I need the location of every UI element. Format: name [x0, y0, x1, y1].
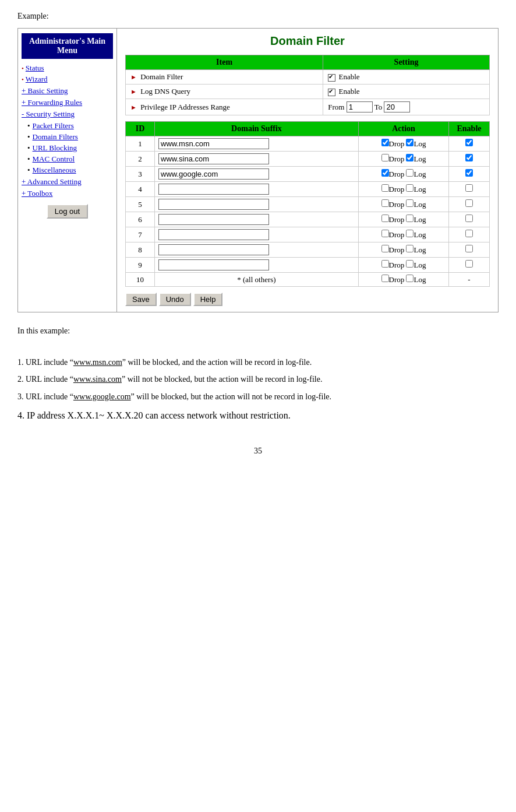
enable-checkbox[interactable] [465, 154, 473, 161]
enable-checkbox[interactable] [465, 184, 473, 192]
sidebar-item-toolbox[interactable]: + Toolbox [22, 189, 113, 198]
sidebar-item-forwarding-rules[interactable]: + Forwarding Rules [22, 98, 113, 107]
enable-checkbox[interactable] [465, 215, 473, 222]
sidebar-item-mac-control[interactable]: •MAC Control [22, 154, 113, 164]
log-checkbox[interactable] [406, 199, 413, 207]
domain-input[interactable] [158, 168, 269, 180]
log-checkbox[interactable] [406, 139, 413, 146]
log-checkbox[interactable] [406, 169, 413, 177]
main-container: Administrator's Main Menu •Status •Wizar… [17, 28, 499, 312]
log-checkbox[interactable] [406, 154, 413, 161]
log-label: Log [413, 139, 426, 148]
enable-checkbox[interactable] [465, 169, 473, 177]
action-buttons: Save Undo Help [125, 293, 490, 306]
desc-num-3: 3. URL include “ [17, 392, 73, 401]
sidebar-item-status[interactable]: •Status [22, 64, 113, 73]
domain-input[interactable] [158, 244, 269, 255]
domain-row-enable [449, 152, 490, 167]
from-input[interactable] [347, 101, 373, 113]
sidebar-item-basic-setting[interactable]: + Basic Setting [22, 86, 113, 96]
enable-checkbox[interactable] [465, 245, 473, 252]
sidebar-item-advanced-setting[interactable]: + Advanced Setting [22, 177, 113, 187]
domain-row-action: Drop Log [358, 136, 448, 152]
sidebar-item-wizard[interactable]: •Wizard [22, 75, 113, 84]
arrow-icon: ► [130, 73, 137, 80]
undo-button[interactable]: Undo [159, 293, 191, 306]
domain-row-enable [449, 227, 490, 242]
enable-checkbox[interactable] [465, 230, 473, 237]
domain-row-domain [155, 258, 359, 273]
domain-input[interactable] [158, 184, 269, 195]
domain-input[interactable] [158, 138, 269, 149]
domain-input[interactable] [158, 214, 269, 225]
log-checkbox[interactable] [406, 215, 413, 222]
domain-table: ID Domain Suffix Action Enable 1Drop Log… [125, 121, 490, 287]
desc-num-2: 2. URL include “ [17, 375, 73, 384]
drop-checkbox[interactable] [381, 230, 389, 237]
enable-checkbox[interactable] [465, 199, 473, 207]
page-title: Domain Filter [125, 34, 490, 48]
sidebar-title: Administrator's Main Menu [22, 33, 113, 59]
domain-row-id: 8 [126, 242, 155, 258]
domain-input[interactable] [158, 153, 269, 164]
sidebar-item-security-setting[interactable]: - Security Setting [22, 110, 113, 119]
help-button[interactable]: Help [193, 293, 223, 306]
domain-row-action: Drop Log [358, 273, 448, 287]
drop-checkbox[interactable] [381, 199, 389, 207]
domain-row-enable: - [449, 273, 490, 287]
domain-row-action: Drop Log [358, 152, 448, 167]
domain-table-row: 10* (all others)Drop Log- [126, 273, 490, 287]
domain-input[interactable] [158, 259, 269, 270]
domain-row-enable [449, 136, 490, 152]
main-content: Domain Filter Item Setting ► Domain Filt… [117, 29, 498, 312]
log-checkbox[interactable] [406, 260, 413, 268]
domain-input[interactable] [158, 229, 269, 240]
drop-label: Drop [389, 245, 407, 254]
drop-checkbox[interactable] [381, 154, 389, 161]
domain-input[interactable] [158, 199, 269, 210]
from-label: From [328, 103, 344, 111]
sidebar-item-packet-filters[interactable]: •Packet Filters [22, 121, 113, 131]
log-checkbox[interactable] [406, 245, 413, 252]
drop-checkbox[interactable] [381, 139, 389, 146]
drop-checkbox[interactable] [381, 215, 389, 222]
drop-label: Drop [389, 200, 407, 209]
domain-row-domain [155, 167, 359, 182]
sidebar-item-miscellaneous[interactable]: •Miscellaneous [22, 166, 113, 175]
drop-checkbox[interactable] [381, 275, 389, 282]
log-label: Log [413, 170, 426, 178]
to-input[interactable] [384, 101, 410, 113]
domain-table-row: 3Drop Log [126, 167, 490, 182]
domain-filter-checkbox[interactable] [328, 74, 335, 82]
sidebar-item-url-blocking[interactable]: •URL Blocking [22, 143, 113, 153]
domain-row-id: 4 [126, 182, 155, 197]
drop-checkbox[interactable] [381, 184, 389, 192]
domain-row-enable [449, 197, 490, 212]
settings-row-domain-filter: ► Domain Filter Enable [126, 70, 490, 85]
save-button[interactable]: Save [125, 293, 157, 306]
drop-checkbox[interactable] [381, 245, 389, 252]
drop-checkbox[interactable] [381, 260, 389, 268]
settings-col-setting: Setting [323, 55, 490, 70]
enable-checkbox[interactable] [465, 139, 473, 146]
drop-checkbox[interactable] [381, 169, 389, 177]
desc-text-3: ” will be blocked, but the action will n… [131, 392, 331, 401]
log-checkbox[interactable] [406, 275, 413, 282]
sidebar-item-domain-filters[interactable]: •Domain Filters [22, 132, 113, 142]
domain-filter-label: Domain Filter [140, 72, 183, 81]
domain-col-action: Action [358, 122, 448, 136]
settings-col-item: Item [126, 55, 323, 70]
log-dns-checkbox[interactable] [328, 89, 335, 96]
domain-row-enable [449, 258, 490, 273]
drop-label: Drop [389, 215, 407, 224]
desc-num-1: 1. URL include “ [17, 358, 73, 367]
domain-row-domain [155, 152, 359, 167]
domain-row-domain [155, 197, 359, 212]
domain-col-domain: Domain Suffix [155, 122, 359, 136]
settings-row-log-dns: ► Log DNS Query Enable [126, 85, 490, 99]
log-checkbox[interactable] [406, 184, 413, 192]
log-checkbox[interactable] [406, 230, 413, 237]
domain-row-id: 7 [126, 227, 155, 242]
logout-button[interactable]: Log out [47, 204, 88, 219]
enable-checkbox[interactable] [465, 260, 473, 268]
